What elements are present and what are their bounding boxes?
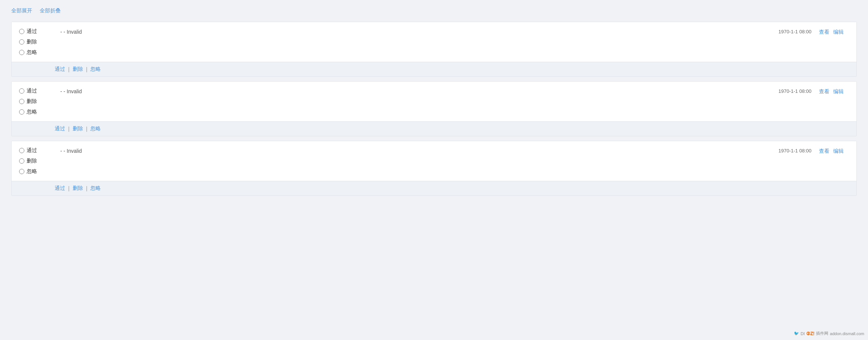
radio-delete-1[interactable]: 删除 xyxy=(19,39,53,45)
record-header-3: 通过删除忽略- - Invalid1970-1-1 08:00查看编辑 xyxy=(12,141,856,181)
watermark-site: 插件网 xyxy=(816,331,828,336)
watermark-text: DI xyxy=(801,331,805,336)
record-right-actions-3: 查看编辑 xyxy=(811,147,849,155)
footer-action-ignore-1[interactable]: 忽略 xyxy=(90,66,101,73)
watermark: 🐦 DI ②Z! 插件网 addon.dismall.com xyxy=(794,331,864,336)
radio-label-3-0: 通过 xyxy=(27,147,37,154)
record-content-3: - - Invalid xyxy=(53,147,752,154)
radio-input-ignore-2[interactable] xyxy=(19,109,24,115)
collapse-all-link[interactable]: 全部折叠 xyxy=(40,7,61,14)
record-footer-2: 通过|删除|忽略 xyxy=(12,121,856,136)
record-options-3: 通过删除忽略 xyxy=(19,147,53,175)
record-content-1: - - Invalid xyxy=(53,28,752,35)
radio-ignore-3[interactable]: 忽略 xyxy=(19,168,53,175)
record-right-actions-1: 查看编辑 xyxy=(811,28,849,36)
record-footer-3: 通过|删除|忽略 xyxy=(12,181,856,195)
radio-input-delete-2[interactable] xyxy=(19,99,24,104)
radio-input-ignore-3[interactable] xyxy=(19,169,24,174)
record-header-1: 通过删除忽略- - Invalid1970-1-1 08:00查看编辑 xyxy=(12,22,856,62)
radio-input-delete-3[interactable] xyxy=(19,158,24,164)
radio-input-approve-3[interactable] xyxy=(19,148,24,153)
radio-delete-2[interactable]: 删除 xyxy=(19,98,53,105)
record-right-actions-2: 查看编辑 xyxy=(811,88,849,95)
radio-input-ignore-1[interactable] xyxy=(19,50,24,55)
record-date-1: 1970-1-1 08:00 xyxy=(752,28,811,34)
record-content-2: - - Invalid xyxy=(53,88,752,94)
radio-input-delete-1[interactable] xyxy=(19,39,24,45)
record-date-3: 1970-1-1 08:00 xyxy=(752,147,811,154)
page-wrapper: 全部展开 全部折叠 通过删除忽略- - Invalid1970-1-1 08:0… xyxy=(0,0,868,340)
radio-label-1-2: 忽略 xyxy=(27,49,37,56)
radio-label-1-1: 删除 xyxy=(27,39,37,45)
footer-action-approve-3[interactable]: 通过 xyxy=(55,185,65,192)
radio-approve-3[interactable]: 通过 xyxy=(19,147,53,154)
radio-label-2-0: 通过 xyxy=(27,88,37,94)
record-options-1: 通过删除忽略 xyxy=(19,28,53,56)
radio-label-2-2: 忽略 xyxy=(27,109,37,115)
record-header-2: 通过删除忽略- - Invalid1970-1-1 08:00查看编辑 xyxy=(12,82,856,121)
footer-action-ignore-3[interactable]: 忽略 xyxy=(90,185,101,192)
radio-label-2-1: 删除 xyxy=(27,98,37,105)
radio-ignore-1[interactable]: 忽略 xyxy=(19,49,53,56)
view-link-2[interactable]: 查看 xyxy=(819,88,829,95)
radio-input-approve-1[interactable] xyxy=(19,29,24,34)
radio-approve-2[interactable]: 通过 xyxy=(19,88,53,94)
radio-label-3-1: 删除 xyxy=(27,158,37,164)
top-actions: 全部展开 全部折叠 xyxy=(11,7,857,14)
record-block-3: 通过删除忽略- - Invalid1970-1-1 08:00查看编辑通过|删除… xyxy=(11,141,857,196)
edit-link-3[interactable]: 编辑 xyxy=(833,148,844,155)
radio-ignore-2[interactable]: 忽略 xyxy=(19,109,53,115)
footer-action-delete-2[interactable]: 删除 xyxy=(73,125,83,132)
record-date-2: 1970-1-1 08:00 xyxy=(752,88,811,94)
view-link-3[interactable]: 查看 xyxy=(819,148,829,155)
record-options-2: 通过删除忽略 xyxy=(19,88,53,115)
record-block-1: 通过删除忽略- - Invalid1970-1-1 08:00查看编辑通过|删除… xyxy=(11,22,857,77)
record-footer-1: 通过|删除|忽略 xyxy=(12,62,856,76)
radio-approve-1[interactable]: 通过 xyxy=(19,28,53,35)
edit-link-2[interactable]: 编辑 xyxy=(833,88,844,95)
edit-link-1[interactable]: 编辑 xyxy=(833,29,844,36)
radio-label-1-0: 通过 xyxy=(27,28,37,35)
radio-input-approve-2[interactable] xyxy=(19,88,24,94)
watermark-icon: 🐦 xyxy=(794,331,799,336)
footer-action-delete-1[interactable]: 删除 xyxy=(73,66,83,73)
footer-action-approve-2[interactable]: 通过 xyxy=(55,125,65,132)
footer-sep-1-0: | xyxy=(68,66,70,72)
radio-label-3-2: 忽略 xyxy=(27,168,37,175)
footer-sep-2-1: | xyxy=(86,126,88,132)
expand-all-link[interactable]: 全部展开 xyxy=(11,7,32,14)
watermark-url: addon.dismall.com xyxy=(830,331,864,336)
watermark-brand: ②Z! xyxy=(806,331,814,336)
footer-sep-3-0: | xyxy=(68,185,70,191)
footer-sep-2-0: | xyxy=(68,126,70,132)
footer-sep-3-1: | xyxy=(86,185,88,191)
radio-delete-3[interactable]: 删除 xyxy=(19,158,53,164)
footer-action-ignore-2[interactable]: 忽略 xyxy=(90,125,101,132)
view-link-1[interactable]: 查看 xyxy=(819,29,829,36)
footer-action-approve-1[interactable]: 通过 xyxy=(55,66,65,73)
footer-action-delete-3[interactable]: 删除 xyxy=(73,185,83,192)
record-block-2: 通过删除忽略- - Invalid1970-1-1 08:00查看编辑通过|删除… xyxy=(11,81,857,136)
footer-sep-1-1: | xyxy=(86,66,88,72)
records-container: 通过删除忽略- - Invalid1970-1-1 08:00查看编辑通过|删除… xyxy=(11,22,857,196)
